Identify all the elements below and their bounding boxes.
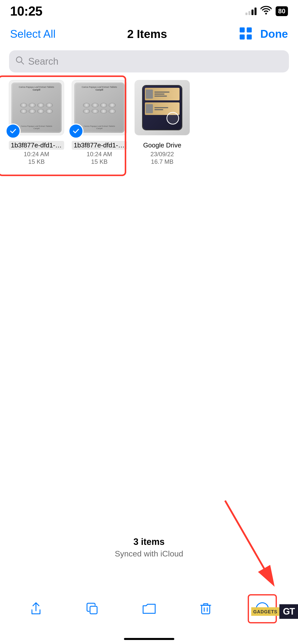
share-button[interactable] xyxy=(23,596,49,621)
svg-rect-2 xyxy=(240,34,245,39)
file-thumbnail-3 xyxy=(135,80,190,135)
file-thumbnail-2: Carica Papaya Leaf Extract TabletsCaripi… xyxy=(72,80,127,135)
battery-icon: 80 xyxy=(276,6,288,16)
svg-rect-8 xyxy=(90,606,97,614)
select-all-button[interactable]: Select All xyxy=(10,28,56,40)
done-button[interactable]: Done xyxy=(260,28,288,40)
selected-checkmark-1 xyxy=(6,124,21,139)
file-size-3: 16.7 MB xyxy=(151,158,173,165)
file-time-2: 10:24 AM xyxy=(87,151,112,158)
wifi-icon xyxy=(261,6,272,17)
file-name-3: Google Drive xyxy=(141,141,183,150)
svg-rect-9 xyxy=(202,605,210,614)
watermark-logo: GT xyxy=(279,604,298,619)
search-input[interactable]: Search xyxy=(28,56,58,67)
status-time: 10:25 xyxy=(10,4,42,19)
file-thumbnail-1: Carica Papaya Leaf Extract TabletsCaripi… xyxy=(9,80,64,135)
signal-icon xyxy=(245,7,257,15)
copy-button[interactable] xyxy=(80,596,105,621)
watermark: GADGETS GT xyxy=(251,604,298,619)
file-time-1: 10:24 AM xyxy=(24,151,49,158)
svg-rect-3 xyxy=(247,34,252,39)
file-item[interactable]: Carica Papaya Leaf Extract TabletsCaripi… xyxy=(70,80,128,165)
delete-button[interactable] xyxy=(193,596,218,621)
navigation-bar: Select All 2 Items Done xyxy=(0,20,298,48)
status-icons: 80 xyxy=(245,6,288,17)
folder-button[interactable] xyxy=(137,596,162,621)
sync-status: Synced with iCloud xyxy=(0,549,298,558)
search-bar[interactable]: Search xyxy=(9,50,289,72)
file-name-1: 1b3f877e-dfd1-4e...61657e xyxy=(9,141,64,150)
search-container: Search xyxy=(0,48,298,77)
file-date-3: 23/09/22 xyxy=(150,151,174,158)
watermark-text: GADGETS xyxy=(251,607,279,616)
search-icon xyxy=(15,56,25,67)
battery-level: 80 xyxy=(278,7,285,15)
file-item[interactable]: Carica Papaya Leaf Extract TabletsCaripi… xyxy=(8,80,65,165)
bottom-info: 3 items Synced with iCloud xyxy=(0,537,298,558)
total-items-count: 3 items xyxy=(0,537,298,547)
grid-view-icon[interactable] xyxy=(239,26,253,42)
file-name-2: 1b3f877e-dfd1-4e...1657e 2 xyxy=(72,141,127,150)
home-indicator xyxy=(124,638,174,640)
selected-checkmark-2 xyxy=(68,124,83,139)
svg-rect-1 xyxy=(247,27,252,32)
svg-line-5 xyxy=(21,62,24,64)
nav-right-controls: Done xyxy=(239,26,288,42)
file-size-1: 15 KB xyxy=(28,158,45,165)
status-bar: 10:25 80 xyxy=(0,0,298,20)
file-size-2: 15 KB xyxy=(91,158,107,165)
svg-rect-0 xyxy=(240,27,245,32)
page-title: 2 Items xyxy=(127,27,167,41)
file-item[interactable]: Google Drive 23/09/22 16.7 MB xyxy=(133,80,191,165)
file-grid: Carica Papaya Leaf Extract TabletsCaripi… xyxy=(0,77,298,168)
